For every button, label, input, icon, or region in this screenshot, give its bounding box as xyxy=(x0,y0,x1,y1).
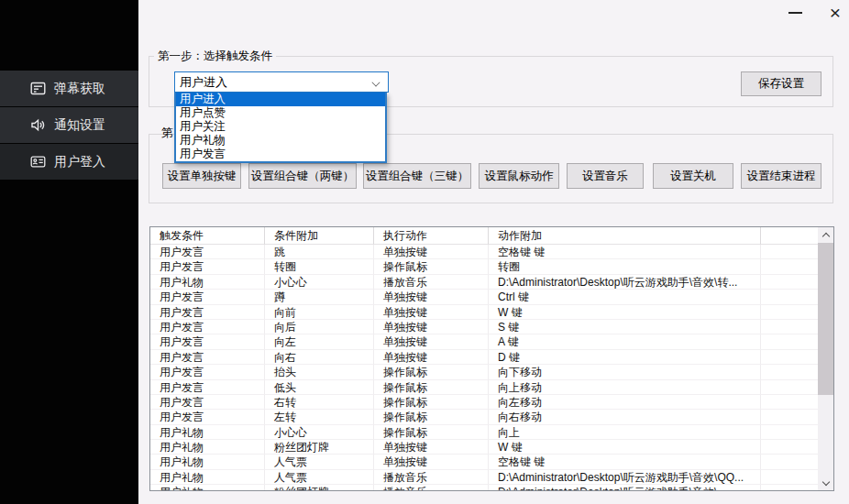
dropdown-option[interactable]: 用户进入 xyxy=(176,93,385,106)
table-row[interactable]: 用户礼物 人气票 单独按键 空格键 键 xyxy=(150,455,818,469)
sidebar-item-user-login[interactable]: 用户登入 xyxy=(0,144,138,180)
table-cell-extra: D:\Administrator\Desktop\听云游戏助手\音效\QQ... xyxy=(489,470,761,485)
table-cell-extra: 转圈 xyxy=(489,259,761,274)
table-cell-filler xyxy=(761,245,818,259)
table-row[interactable]: 用户发言 向左 单独按键 A 键 xyxy=(150,334,818,349)
vertical-scrollbar[interactable] xyxy=(818,227,833,490)
table-cell-trigger: 用户礼物 xyxy=(150,485,265,490)
sidebar-item-label: 通知设置 xyxy=(54,117,105,134)
table-row[interactable]: 用户礼物 粉丝团灯牌 播放音乐 D:\Administrator\Desktop… xyxy=(150,485,818,490)
table-row[interactable]: 用户礼物 小心心 操作鼠标 向上 xyxy=(150,425,818,440)
scrollbar-thumb[interactable] xyxy=(818,243,833,395)
set-mouse-action-button[interactable]: 设置鼠标动作 xyxy=(479,163,559,189)
scroll-up-icon[interactable] xyxy=(818,227,833,243)
sidebar-item-notification[interactable]: 通知设置 xyxy=(0,107,138,143)
table-cell-trigger: 用户发言 xyxy=(150,395,265,410)
set-combo-2key-button[interactable]: 设置组合键（两键） xyxy=(248,163,357,189)
set-music-button[interactable]: 设置音乐 xyxy=(567,163,644,189)
table-cell-extra: A 键 xyxy=(489,334,761,349)
table-cell-filler xyxy=(761,305,818,320)
table-cell-extra: D:\Administrator\Desktop\听云游戏助手\音效\转... xyxy=(489,275,761,290)
sidebar-item-label: 弹幕获取 xyxy=(54,81,105,97)
table-cell-extra: 空格键 键 xyxy=(489,455,761,469)
table-cell-condition: 左转 xyxy=(265,410,374,424)
table-cell-trigger: 用户发言 xyxy=(150,410,265,424)
table-cell-trigger: 用户发言 xyxy=(150,245,265,259)
save-settings-button[interactable]: 保存设置 xyxy=(741,71,821,96)
mappings-table: 触发条件 条件附加 执行动作 动作附加 用户发言 跳 单独按键 空格键 键 用户… xyxy=(149,226,834,491)
table-cell-action: 单独按键 xyxy=(374,455,489,469)
table-cell-condition: 人气票 xyxy=(265,470,374,485)
table-cell-action: 操作鼠标 xyxy=(374,259,489,274)
table-row[interactable]: 用户发言 右转 操作鼠标 向左移动 xyxy=(150,395,818,410)
table-row[interactable]: 用户发言 蹲 单独按键 Ctrl 键 xyxy=(150,290,818,304)
set-single-key-button[interactable]: 设置单独按键 xyxy=(162,163,241,189)
table-cell-extra: Ctrl 键 xyxy=(489,290,761,304)
table-row[interactable]: 用户发言 转圈 操作鼠标 转圈 xyxy=(150,259,818,274)
table-row[interactable]: 用户礼物 人气票 播放音乐 D:\Administrator\Desktop\听… xyxy=(150,470,818,485)
table-cell-filler xyxy=(761,395,818,410)
table-cell-action: 操作鼠标 xyxy=(374,380,489,395)
table-cell-condition: 低头 xyxy=(265,380,374,395)
table-cell-condition: 转圈 xyxy=(265,259,374,274)
table-cell-action: 播放音乐 xyxy=(374,470,489,485)
table-cell-action: 单独按键 xyxy=(374,350,489,365)
table-cell-trigger: 用户礼物 xyxy=(150,425,265,440)
sidebar: 弹幕获取 通知设置 用户登入 xyxy=(0,0,138,504)
table-cell-extra: 向上移动 xyxy=(489,380,761,395)
table-row[interactable]: 用户发言 抬头 操作鼠标 向下移动 xyxy=(150,365,818,379)
table-row[interactable]: 用户礼物 粉丝团灯牌 单独按键 W 键 xyxy=(150,440,818,455)
table-cell-condition: 人气票 xyxy=(265,455,374,469)
scroll-down-icon[interactable] xyxy=(818,475,833,490)
set-combo-3key-button[interactable]: 设置组合键（三键） xyxy=(363,163,471,189)
table-cell-filler xyxy=(761,365,818,379)
table-cell-filler xyxy=(761,380,818,395)
dropdown-option[interactable]: 用户发言 xyxy=(176,148,385,161)
table-cell-trigger: 用户礼物 xyxy=(150,440,265,455)
table-row[interactable]: 用户发言 低头 操作鼠标 向上移动 xyxy=(150,380,818,395)
table-cell-trigger: 用户发言 xyxy=(150,305,265,320)
column-header-trigger[interactable]: 触发条件 xyxy=(150,227,265,245)
table-row[interactable]: 用户发言 向右 单独按键 D 键 xyxy=(150,350,818,365)
table-cell-filler xyxy=(761,485,818,490)
table-cell-action: 单独按键 xyxy=(374,290,489,304)
user-login-icon xyxy=(30,154,46,170)
table-cell-action: 单独按键 xyxy=(374,320,489,334)
set-shutdown-button[interactable]: 设置关机 xyxy=(653,163,733,189)
table-cell-extra: 向下移动 xyxy=(489,365,761,379)
column-header-condition[interactable]: 条件附加 xyxy=(265,227,374,245)
table-cell-condition: 小心心 xyxy=(265,275,374,290)
table-cell-filler xyxy=(761,470,818,485)
table-cell-extra: 空格键 键 xyxy=(489,245,761,259)
table-cell-action: 单独按键 xyxy=(374,440,489,455)
table-cell-extra: 向右移动 xyxy=(489,410,761,424)
table-cell-extra: D:\Administrator\Desktop\听云游戏助手\音效\... xyxy=(489,485,761,490)
table-cell-filler xyxy=(761,275,818,290)
notification-icon xyxy=(30,117,46,133)
table-cell-extra: 向上 xyxy=(489,425,761,440)
table-cell-extra: D 键 xyxy=(489,350,761,365)
chevron-down-icon xyxy=(372,78,380,86)
table-cell-trigger: 用户发言 xyxy=(150,365,265,379)
step1-label: 第一步：选择触发条件 xyxy=(154,49,276,64)
minimize-icon[interactable] xyxy=(788,12,802,14)
sidebar-item-danmaku[interactable]: 弹幕获取 xyxy=(0,71,138,106)
table-row[interactable]: 用户发言 跳 单独按键 空格键 键 xyxy=(150,245,818,259)
dropdown-option[interactable]: 用户点赞 xyxy=(176,106,385,120)
danmaku-icon xyxy=(30,81,46,96)
table-body: 用户发言 跳 单独按键 空格键 键 用户发言 转圈 操作鼠标 转圈 用户礼物 小… xyxy=(150,245,818,490)
table-cell-condition: 抬头 xyxy=(265,365,374,379)
table-cell-trigger: 用户礼物 xyxy=(150,455,265,469)
dropdown-option[interactable]: 用户礼物 xyxy=(176,134,385,148)
trigger-condition-combobox[interactable]: 用户进入 xyxy=(174,71,389,93)
table-row[interactable]: 用户礼物 小心心 播放音乐 D:\Administrator\Desktop\听… xyxy=(150,275,818,290)
dropdown-option[interactable]: 用户关注 xyxy=(176,120,385,134)
close-icon[interactable]: × xyxy=(823,0,847,26)
column-header-action[interactable]: 执行动作 xyxy=(374,227,489,245)
table-cell-trigger: 用户发言 xyxy=(150,380,265,395)
set-end-process-button[interactable]: 设置结束进程 xyxy=(741,163,821,189)
table-row[interactable]: 用户发言 左转 操作鼠标 向右移动 xyxy=(150,410,818,424)
table-row[interactable]: 用户发言 向后 单独按键 S 键 xyxy=(150,320,818,334)
table-row[interactable]: 用户发言 向前 单独按键 W 键 xyxy=(150,305,818,320)
column-header-extra[interactable]: 动作附加 xyxy=(489,227,761,245)
